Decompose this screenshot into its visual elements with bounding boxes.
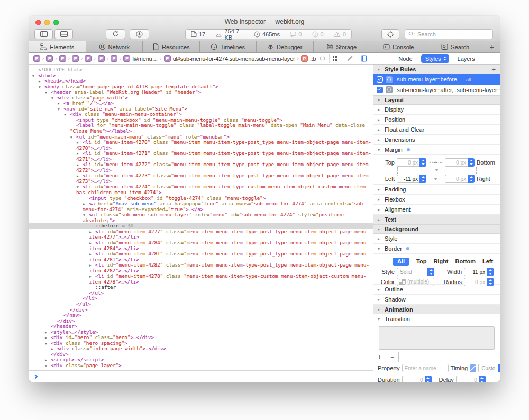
details-sidebar: Node Styles Layers ▾ Style Rules +: [373, 53, 500, 382]
margin-top-stepper[interactable]: 0 px: [397, 158, 426, 167]
dom-tree-line[interactable]: absolute;">: [29, 218, 373, 224]
breadcrumb-item[interactable]: Eli#menu…: [123, 55, 158, 62]
breadcrumb-item[interactable]: E: [46, 55, 53, 62]
row-border[interactable]: ▾Border: [373, 244, 500, 254]
dom-tree[interactable]: <!DOCTYPE html>▾<html>▸<head>…</head>▾<b…: [29, 65, 373, 370]
border-side-left[interactable]: Left: [482, 258, 493, 264]
background-header[interactable]: ▾Background: [373, 224, 500, 234]
timing-curve-button[interactable]: [470, 364, 476, 372]
dom-tree-line[interactable]: item-4278">…</li>: [29, 279, 373, 285]
margin-bottom-stepper[interactable]: 0 px: [445, 158, 475, 167]
border-color-field[interactable]: (multiple): [397, 278, 434, 286]
tab-elements[interactable]: Elements: [29, 41, 86, 52]
style-rules-header[interactable]: ▾ Style Rules +: [373, 65, 500, 74]
tab-timelines[interactable]: Timelines: [200, 41, 257, 52]
row-outline[interactable]: ▸Outline: [373, 285, 500, 295]
margin-left-stepper[interactable]: -11 px: [397, 175, 426, 183]
toolbar-search-field[interactable]: [405, 29, 493, 39]
dom-tree-line[interactable]: ▸<li id="menu-item-4278" class="menu-ite…: [29, 273, 373, 279]
tab-network[interactable]: Network: [86, 41, 143, 52]
search-input[interactable]: [417, 31, 492, 38]
border-radius-stepper[interactable]: 0 px: [464, 278, 494, 286]
row-display[interactable]: ▸Display: [373, 105, 500, 115]
quick-console[interactable]: [29, 370, 373, 382]
add-transition-button[interactable]: +: [373, 352, 386, 362]
animation-header[interactable]: ▾Animation: [373, 305, 500, 314]
tab-resources[interactable]: Resources: [143, 41, 200, 52]
style-rule[interactable]: {} .sub-menu-layer::after, .sub-menu-lay…: [373, 85, 500, 95]
tab-search[interactable]: Search: [427, 41, 485, 52]
border-width-stepper[interactable]: 11 px: [464, 268, 494, 276]
dom-tree-line[interactable]: ▸<li id="menu-item-4284" class="menu-ite…: [29, 240, 373, 246]
transition-list[interactable]: [379, 326, 495, 350]
row-dimensions[interactable]: ▸Dimensions: [373, 135, 500, 145]
row-flexbox[interactable]: ▸Flexbox: [373, 195, 500, 205]
timing-select[interactable]: Custo: [478, 364, 500, 372]
inspect-icon[interactable]: [357, 54, 371, 63]
reload-button[interactable]: [106, 29, 125, 39]
breadcrumb-item[interactable]: E: [33, 55, 40, 62]
dom-tree-line[interactable]: ▸<li id="menu-item-4277" class="menu-ite…: [29, 229, 373, 235]
duration-stepper[interactable]: 0: [402, 376, 432, 382]
pencil-icon[interactable]: [343, 54, 357, 63]
grid-icon[interactable]: [329, 54, 343, 63]
remove-transition-button[interactable]: −: [386, 352, 399, 362]
download-button[interactable]: [130, 29, 149, 39]
breadcrumb-item[interactable]: E: [98, 55, 105, 62]
margin-right-stepper[interactable]: 0 px: [445, 175, 475, 183]
rule-checkbox[interactable]: [377, 76, 383, 83]
disclosure-arrow[interactable]: ▾: [45, 363, 51, 369]
dom-tree-line[interactable]: </ul>: [29, 290, 373, 296]
border-side-right[interactable]: Right: [433, 258, 448, 264]
titlebar[interactable]: Web Inspector — webkit.org: [29, 16, 500, 28]
dock-side-button[interactable]: [34, 29, 53, 39]
row-style[interactable]: ▸Style: [373, 234, 500, 244]
add-rule-button[interactable]: +: [491, 66, 496, 74]
tab-storage[interactable]: Storage: [314, 41, 371, 52]
dom-tree-line[interactable]: ▸<div class="intro page-width">…</div>: [29, 346, 373, 352]
dom-tree-line[interactable]: </div>: [29, 318, 373, 324]
text-header[interactable]: ▸Text: [373, 215, 500, 224]
row-shadow[interactable]: ▸Shadow: [373, 295, 500, 305]
sidebar-scroll[interactable]: ▾ Style Rules + {} .sub-menu-layer::befo…: [373, 65, 500, 382]
new-tab-button[interactable]: +: [484, 41, 500, 52]
row-position[interactable]: ▸Position: [373, 115, 500, 125]
row-float-and-clear[interactable]: ▸Float and Clear: [373, 125, 500, 135]
style-rule-selected[interactable]: {} .sub-menu-layer::before — all: [373, 74, 500, 85]
breadcrumb-item[interactable]: E: [72, 55, 79, 62]
tab-node[interactable]: Node: [398, 56, 412, 62]
border-side-all[interactable]: All: [393, 258, 409, 266]
dom-tree-line[interactable]: ▾<ul class="sub-menu sub-menu-layer" rol…: [29, 212, 373, 218]
tab-layers[interactable]: Layers: [458, 56, 475, 62]
dom-tree-line[interactable]: ▸<li id="menu-item-4281" class="menu-ite…: [29, 251, 373, 257]
border-style-select[interactable]: Solid: [397, 268, 434, 276]
element-picker-button[interactable]: [381, 29, 399, 39]
dom-tree-line[interactable]: ▸<li id="menu-item-4282" class="menu-ite…: [29, 262, 373, 268]
row-transition[interactable]: ▾Transition: [373, 314, 500, 324]
color-swatch[interactable]: [399, 279, 406, 285]
border-side-bottom[interactable]: Bottom: [455, 258, 476, 264]
breadcrumb-item[interactable]: Eul#sub-menu-for-4274.sub-menu.sub-menu-…: [164, 55, 295, 62]
dom-tree-line[interactable]: ▾<div class="page-layer">: [29, 363, 373, 369]
border-side-top[interactable]: Top: [416, 258, 426, 264]
rule-checkbox[interactable]: [377, 87, 383, 93]
breadcrumb-item[interactable]: P::before: [301, 55, 316, 62]
tab-debugger[interactable]: Debugger: [257, 41, 314, 52]
row-padding[interactable]: ▸Padding: [373, 185, 500, 195]
delay-stepper[interactable]: 0: [456, 376, 486, 382]
tab-styles[interactable]: Styles: [421, 54, 449, 63]
dom-tree-line[interactable]: ::after: [29, 285, 373, 290]
layout-header[interactable]: ▾ Layout: [373, 95, 500, 105]
tab-console[interactable]: Console: [370, 41, 427, 52]
breadcrumb-item[interactable]: E: [85, 55, 92, 62]
element-badge: E: [111, 55, 117, 62]
dom-tree-line[interactable]: <!DOCTYPE html>: [29, 67, 373, 73]
dom-tree-line[interactable]: </nav>: [29, 313, 373, 318]
property-input[interactable]: [402, 364, 449, 372]
code-brackets-icon[interactable]: [316, 54, 329, 63]
breadcrumb-item[interactable]: E: [59, 55, 66, 62]
breadcrumb-item[interactable]: E: [111, 55, 117, 62]
row-alignment[interactable]: ▸Alignment: [373, 205, 500, 215]
row-margin[interactable]: ▾Margin: [373, 145, 500, 155]
dock-bottom-button[interactable]: [54, 29, 73, 39]
